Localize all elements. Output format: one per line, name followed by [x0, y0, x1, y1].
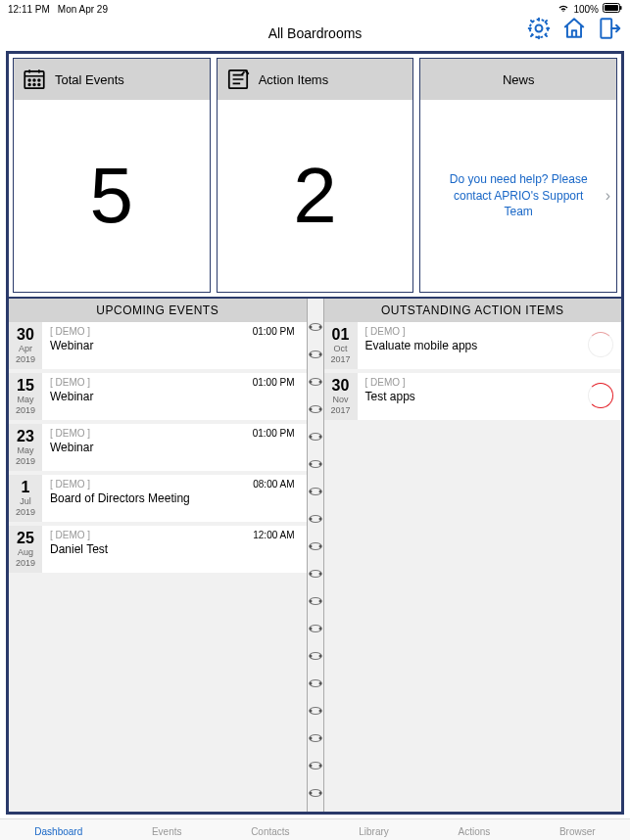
date-year: 2019: [9, 456, 42, 467]
item-title: Board of Directors Meeting: [50, 491, 299, 505]
action-item[interactable]: 01Oct2017[ DEMO ]Evaluate mobile apps: [324, 322, 622, 369]
action-item[interactable]: 30Nov2017[ DEMO ]Test apps: [324, 373, 622, 420]
outstanding-actions-heading: OUTSTANDING ACTION ITEMS: [324, 299, 622, 322]
tab-library[interactable]: Library: [359, 826, 389, 837]
progress-badge: [588, 332, 613, 357]
svg-point-49: [318, 628, 321, 630]
total-events-value: 5: [90, 151, 134, 241]
svg-point-18: [309, 353, 312, 356]
svg-point-10: [28, 84, 30, 86]
event-item[interactable]: 25Aug2019[ DEMO ]Daniel Test12:00 AM: [9, 526, 307, 573]
svg-rect-5: [601, 19, 611, 38]
tab-dashboard[interactable]: Dashboard: [34, 826, 82, 837]
svg-point-7: [28, 79, 30, 81]
outstanding-actions-list[interactable]: 01Oct2017[ DEMO ]Evaluate mobile apps30N…: [324, 322, 622, 812]
tab-contacts[interactable]: Contacts: [251, 826, 289, 837]
date-day: 30: [9, 326, 42, 344]
svg-point-9: [38, 79, 40, 81]
svg-point-19: [318, 353, 321, 356]
item-content: [ DEMO ]Webinar01:00 PM: [42, 424, 307, 471]
event-item[interactable]: 23May2019[ DEMO ]Webinar01:00 PM: [9, 424, 307, 471]
dashboard-container: Total Events 5 Action Items 2 News Do yo…: [6, 51, 624, 815]
event-item[interactable]: 1Jul2019[ DEMO ]Board of Directors Meeti…: [9, 475, 307, 522]
bottom-panel: UPCOMING EVENTS 30Apr2019[ DEMO ]Webinar…: [9, 297, 621, 812]
date-month: Nov: [324, 395, 358, 405]
svg-point-54: [309, 682, 312, 685]
tab-events[interactable]: Events: [152, 826, 182, 837]
date-month: Apr: [9, 344, 42, 354]
logout-icon[interactable]: [597, 16, 622, 44]
date-month: Oct: [324, 344, 358, 354]
event-item[interactable]: 15May2019[ DEMO ]Webinar01:00 PM: [9, 373, 307, 420]
svg-point-12: [38, 84, 40, 86]
item-time: 01:00 PM: [253, 377, 295, 388]
svg-point-27: [309, 436, 312, 439]
settings-icon[interactable]: [526, 16, 552, 44]
item-title: Webinar: [50, 339, 299, 352]
svg-point-31: [318, 463, 321, 466]
item-time: 12:00 AM: [253, 530, 294, 540]
upcoming-events-list[interactable]: 30Apr2019[ DEMO ]Webinar01:00 PM15May201…: [9, 322, 307, 812]
svg-rect-2: [620, 6, 622, 10]
item-tag: [ DEMO ]: [365, 326, 579, 337]
date-year: 2017: [324, 405, 358, 416]
svg-point-37: [318, 518, 321, 521]
svg-point-43: [318, 573, 321, 576]
action-items-label: Action Items: [259, 72, 329, 87]
svg-point-51: [309, 655, 312, 658]
svg-point-24: [309, 408, 312, 411]
calendar-icon: [22, 67, 47, 92]
svg-point-46: [318, 600, 321, 603]
status-battery-pct: 100%: [573, 4, 599, 15]
date-month: Aug: [9, 547, 42, 558]
battery-icon: [603, 3, 622, 15]
event-item[interactable]: 30Apr2019[ DEMO ]Webinar01:00 PM: [9, 322, 307, 369]
svg-point-64: [318, 765, 321, 768]
date-block: 23May2019: [9, 424, 42, 471]
item-title: Evaluate mobile apps: [365, 339, 579, 352]
item-content: [ DEMO ]Webinar01:00 PM: [42, 373, 307, 420]
date-year: 2019: [9, 354, 42, 365]
svg-point-33: [309, 490, 312, 493]
svg-point-16: [318, 326, 321, 329]
page-title: All Boardrooms: [268, 25, 363, 41]
svg-point-63: [309, 765, 312, 768]
news-label: News: [503, 72, 535, 87]
svg-point-52: [318, 655, 321, 658]
date-year: 2019: [9, 405, 42, 416]
svg-point-15: [309, 326, 312, 329]
date-day: 23: [9, 428, 42, 445]
item-title: Test apps: [365, 390, 579, 403]
tab-browser[interactable]: Browser: [559, 826, 596, 837]
date-year: 2019: [9, 558, 42, 569]
total-events-card[interactable]: Total Events 5: [13, 58, 211, 293]
date-block: 01Oct2017: [324, 322, 358, 369]
action-items-card[interactable]: Action Items 2: [217, 58, 414, 293]
svg-point-57: [309, 710, 312, 713]
status-date: Mon Apr 29: [58, 4, 108, 15]
date-month: May: [9, 395, 42, 405]
news-text: Do you need help? Please contact APRIO's…: [420, 171, 616, 220]
tab-bar: DashboardEventsContactsLibraryActionsBro…: [0, 818, 630, 840]
date-year: 2017: [324, 354, 358, 365]
home-icon[interactable]: [561, 16, 587, 44]
checklist-icon: [225, 67, 251, 92]
item-title: Webinar: [50, 390, 299, 403]
svg-point-42: [309, 573, 312, 576]
svg-point-60: [309, 737, 312, 740]
date-block: 25Aug2019: [9, 526, 42, 573]
news-card[interactable]: News Do you need help? Please contact AP…: [419, 58, 617, 293]
svg-point-25: [318, 408, 321, 411]
item-time: 08:00 AM: [253, 479, 294, 490]
item-content: [ DEMO ]Evaluate mobile apps: [358, 322, 622, 369]
tab-actions[interactable]: Actions: [459, 826, 491, 837]
item-time: 01:00 PM: [253, 428, 295, 439]
svg-point-45: [309, 600, 312, 603]
outstanding-actions-column: OUTSTANDING ACTION ITEMS 01Oct2017[ DEMO…: [324, 299, 622, 812]
upcoming-events-heading: UPCOMING EVENTS: [9, 299, 307, 322]
svg-point-22: [318, 381, 321, 384]
date-month: May: [9, 445, 42, 456]
svg-point-21: [309, 381, 312, 384]
chevron-right-icon[interactable]: ›: [606, 187, 610, 205]
item-title: Daniel Test: [50, 542, 299, 556]
